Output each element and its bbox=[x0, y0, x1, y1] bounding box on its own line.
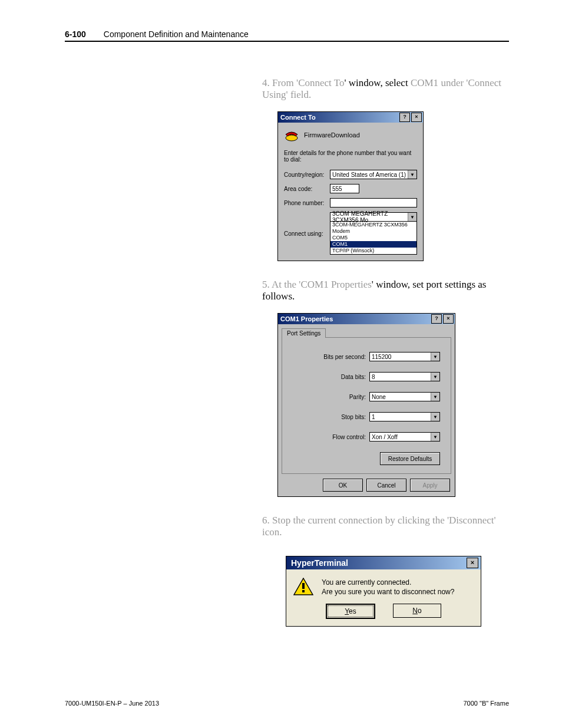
chevron-down-icon[interactable]: ▼ bbox=[408, 213, 416, 221]
help-button[interactable]: ? bbox=[399, 113, 410, 122]
ok-button[interactable]: OK bbox=[323, 479, 363, 492]
area-code-label: Area code: bbox=[284, 186, 330, 192]
chevron-down-icon[interactable]: ▼ bbox=[431, 353, 439, 361]
connect-using-combo[interactable]: 3COM MEGAHERTZ 3CXM356 Mo▼ bbox=[330, 212, 417, 222]
hyperterminal-msgbox: HyperTerminal × You are currently connec… bbox=[286, 556, 481, 627]
com1-titlebar[interactable]: COM1 Properties ? × bbox=[278, 314, 455, 324]
chevron-down-icon[interactable]: ▼ bbox=[408, 170, 416, 179]
footer-right: 7000 "B" Frame bbox=[463, 700, 509, 707]
svg-rect-2 bbox=[302, 583, 305, 589]
step5-text: 5. At the 'COM1 Properties' window, set … bbox=[262, 279, 510, 302]
chevron-down-icon[interactable]: ▼ bbox=[431, 433, 439, 441]
section-title: Component Definition and Maintenance bbox=[104, 29, 249, 39]
tab-port-settings[interactable]: Port Settings bbox=[282, 328, 326, 338]
chevron-down-icon[interactable]: ▼ bbox=[431, 413, 439, 421]
list-item[interactable]: COM5 bbox=[330, 235, 416, 241]
phone-icon bbox=[284, 129, 299, 141]
stopbits-combo[interactable]: 1▼ bbox=[369, 412, 440, 421]
step6-text: 6. Stop the current connection by clicki… bbox=[262, 515, 510, 538]
connect-using-list[interactable]: 3COM-MEGAHERTZ 3CXM356 Modem COM5 COM1 T… bbox=[330, 221, 417, 255]
connect-instruction: Enter details for the phone number that … bbox=[284, 150, 417, 163]
close-button[interactable]: × bbox=[467, 558, 478, 568]
list-item[interactable]: 3COM-MEGAHERTZ 3CXM356 Modem bbox=[330, 222, 416, 235]
footer-left: 7000-UM150I-EN-P – June 2013 bbox=[65, 700, 159, 707]
no-button[interactable]: No bbox=[393, 604, 441, 618]
msgbox-title: HyperTerminal bbox=[289, 558, 467, 568]
connect-to-titlebar[interactable]: Connect To ? × bbox=[278, 112, 423, 123]
list-item[interactable]: COM1 bbox=[330, 241, 416, 248]
stopbits-label: Stop bits: bbox=[341, 414, 366, 420]
msgbox-titlebar[interactable]: HyperTerminal × bbox=[286, 556, 481, 569]
com1-properties-dialog: COM1 Properties ? × Port Settings Bits p… bbox=[277, 313, 455, 497]
chevron-down-icon[interactable]: ▼ bbox=[431, 373, 439, 381]
parity-combo[interactable]: None▼ bbox=[369, 392, 440, 401]
databits-combo[interactable]: 8▼ bbox=[369, 372, 440, 381]
flowcontrol-combo[interactable]: Xon / Xoff▼ bbox=[369, 432, 440, 442]
bps-combo[interactable]: 115200▼ bbox=[369, 352, 440, 361]
parity-label: Parity: bbox=[349, 394, 366, 400]
header-rule bbox=[65, 41, 509, 42]
phone-number-input[interactable] bbox=[330, 198, 417, 207]
close-button[interactable]: × bbox=[443, 314, 454, 324]
connect-using-label: Connect using: bbox=[284, 230, 330, 237]
com1-title: COM1 Properties bbox=[279, 315, 430, 322]
help-button[interactable]: ? bbox=[431, 314, 442, 324]
apply-button[interactable]: Apply bbox=[410, 479, 450, 492]
step4-text: 4. From 'Connect To' window, select COM1… bbox=[262, 77, 510, 101]
country-combo[interactable]: United States of America (1)▼ bbox=[330, 170, 417, 179]
databits-label: Data bits: bbox=[341, 374, 366, 380]
cancel-button[interactable]: Cancel bbox=[366, 479, 406, 492]
chevron-down-icon[interactable]: ▼ bbox=[431, 393, 439, 401]
connection-name: FirmwareDownload bbox=[304, 131, 360, 139]
restore-defaults-button[interactable]: Restore Defaults bbox=[380, 452, 440, 465]
close-button[interactable]: × bbox=[411, 113, 422, 122]
svg-rect-3 bbox=[302, 590, 305, 592]
list-item[interactable]: TCP/IP (Winsock) bbox=[330, 248, 416, 254]
warning-icon bbox=[293, 578, 313, 595]
msgbox-text: You are currently connected. Are you sur… bbox=[322, 578, 454, 597]
connect-to-dialog: Connect To ? × FirmwareDownload Enter de… bbox=[277, 111, 424, 261]
connect-to-title: Connect To bbox=[279, 114, 398, 121]
yes-button[interactable]: Yes bbox=[326, 604, 375, 619]
page-number: 6-100 bbox=[65, 29, 86, 39]
country-label: Country/region: bbox=[284, 172, 330, 178]
bps-label: Bits per second: bbox=[323, 354, 366, 360]
flowcontrol-label: Flow control: bbox=[332, 434, 366, 440]
area-code-input[interactable]: 555 bbox=[330, 184, 359, 193]
phone-number-label: Phone number: bbox=[284, 200, 330, 206]
